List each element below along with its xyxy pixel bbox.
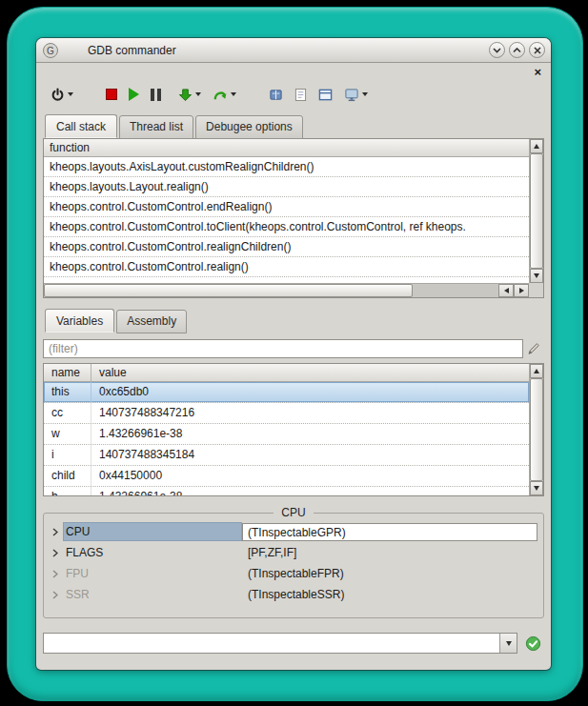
dropdown-arrow-icon[interactable] <box>68 92 73 96</box>
cpu-row-value-input[interactable]: (TInspectableGPR) <box>242 523 537 541</box>
call-stack-row[interactable]: kheops.control.CustomControl.realignChil… <box>44 237 529 257</box>
app-icon: G <box>42 42 59 59</box>
variable-name: this <box>44 382 91 402</box>
variable-row-this[interactable]: this 0xc65db0 <box>44 382 529 403</box>
send-command-button[interactable] <box>521 635 544 652</box>
call-stack-row[interactable]: kheops.control.CustomControl.endRealign(… <box>44 197 529 217</box>
cpu-groupbox: CPU CPU (TInspectableGPR) FLAGS [PF,ZF,I… <box>43 506 544 618</box>
cpu-legend: CPU <box>274 506 313 519</box>
callstack-tabs: Call stack Thread list Debugee options <box>43 115 544 139</box>
variables-tabs: Variables Assembly <box>43 310 544 333</box>
dropdown-arrow-icon[interactable] <box>231 92 236 96</box>
right-arrow-icon <box>519 288 524 293</box>
maximize-button[interactable] <box>509 42 525 58</box>
minimize-button[interactable] <box>489 42 505 58</box>
window-frame: G GDB commander × <box>7 7 583 701</box>
tab-variables[interactable]: Variables <box>45 309 114 333</box>
expand-icon[interactable] <box>48 591 63 599</box>
call-stack-row[interactable]: kheops.layouts.Layout.realign() <box>44 177 529 197</box>
scrollbar-corner <box>529 283 543 297</box>
callstack-horizontal-scrollbar[interactable] <box>44 283 529 297</box>
cpu-row-label[interactable]: FPU <box>63 564 242 583</box>
tab-thread-list[interactable]: Thread list <box>119 115 193 139</box>
scrollbar-track[interactable] <box>413 284 498 297</box>
gdb-commander-window: G GDB commander × <box>36 38 551 670</box>
call-stack-row[interactable]: kheops.control.CustomControl.toClient(kh… <box>44 217 529 237</box>
pause-icon <box>151 89 161 101</box>
variable-row-b[interactable]: b 1.43266961e-38 <box>44 487 529 495</box>
pen-icon[interactable] <box>523 341 544 356</box>
step-over-button[interactable] <box>211 83 238 106</box>
scroll-up-button[interactable] <box>530 364 543 378</box>
tab-call-stack[interactable]: Call stack <box>45 114 117 138</box>
dropdown-arrow-icon[interactable] <box>195 92 201 96</box>
call-stack-row[interactable]: kheops.layouts.AxisLayout.customRealignC… <box>44 157 529 177</box>
expand-icon[interactable] <box>48 549 63 557</box>
value-column-header[interactable]: value <box>91 364 529 381</box>
scroll-up-button[interactable] <box>530 139 543 153</box>
registers-button[interactable] <box>316 83 335 106</box>
variable-row-child[interactable]: child 0x44150000 <box>44 466 529 487</box>
dock-close-icon[interactable]: × <box>534 67 541 78</box>
stop-icon <box>106 89 117 100</box>
output-button[interactable] <box>267 83 285 106</box>
variable-name: child <box>44 466 91 486</box>
scroll-down-button[interactable] <box>530 269 543 283</box>
cpu-row-ssr[interactable]: SSR (TInspectableSSR) <box>48 584 539 605</box>
up-arrow-icon <box>534 369 539 373</box>
call-stack-row[interactable]: kheops.control.CustomControl.realign() <box>44 257 529 277</box>
function-column-header[interactable]: function <box>44 139 529 157</box>
down-arrow-icon <box>534 273 539 278</box>
frame-icon <box>318 88 333 102</box>
filter-input[interactable] <box>43 339 523 358</box>
cpu-row-cpu[interactable]: CPU (TInspectableGPR) <box>48 521 539 542</box>
monitor-button[interactable] <box>342 83 370 106</box>
tab-debugee-options[interactable]: Debugee options <box>195 115 303 139</box>
dropdown-arrow-icon[interactable] <box>362 92 368 96</box>
svg-text:G: G <box>47 46 54 56</box>
close-button[interactable] <box>529 42 545 58</box>
gdb-command-combobox[interactable] <box>43 633 517 654</box>
expand-icon[interactable] <box>48 570 63 578</box>
variable-row-cc[interactable]: cc 140737488347216 <box>44 403 529 424</box>
variable-row-w[interactable]: w 1.43266961e-38 <box>44 424 529 445</box>
scrollbar-thumb[interactable] <box>530 378 543 481</box>
monitor-icon <box>344 88 359 102</box>
stop-button[interactable] <box>104 83 119 106</box>
down-arrow-icon <box>506 641 512 646</box>
curved-arrow-icon <box>213 88 228 102</box>
scroll-right-button[interactable] <box>514 284 529 297</box>
scrollbar-thumb[interactable] <box>530 153 543 269</box>
down-arrow-icon <box>534 486 539 491</box>
cpu-row-flags[interactable]: FLAGS [PF,ZF,IF] <box>48 542 539 563</box>
power-button[interactable] <box>49 83 75 106</box>
cpu-row-label[interactable]: FLAGS <box>63 543 242 562</box>
pause-button[interactable] <box>149 83 163 106</box>
window-title: GDB commander <box>88 44 176 57</box>
cpu-row-value: (TInspectableSSR) <box>242 588 539 601</box>
combo-dropdown-button[interactable] <box>499 634 517 653</box>
step-button[interactable] <box>176 83 203 106</box>
scrollbar-thumb[interactable] <box>44 284 413 297</box>
document-icon <box>294 88 307 102</box>
cpu-row-label[interactable]: SSR <box>63 585 242 604</box>
variable-name: i <box>44 445 91 465</box>
cpu-row-label[interactable]: CPU <box>63 522 242 541</box>
expand-icon[interactable] <box>48 528 63 536</box>
variable-row-i[interactable]: i 140737488345184 <box>44 445 529 466</box>
titlebar[interactable]: G GDB commander <box>36 38 551 63</box>
name-column-header[interactable]: name <box>44 364 91 381</box>
continue-button[interactable] <box>127 83 141 106</box>
scroll-down-button[interactable] <box>530 481 543 495</box>
variable-value: 0xc65db0 <box>91 382 529 402</box>
callstack-vertical-scrollbar[interactable] <box>529 139 543 283</box>
scroll-left-button[interactable] <box>498 284 514 297</box>
command-input[interactable] <box>44 634 499 653</box>
log-button[interactable] <box>293 83 309 106</box>
green-down-arrow-icon <box>178 88 193 102</box>
variables-vertical-scrollbar[interactable] <box>529 364 543 495</box>
cpu-row-fpu[interactable]: FPU (TInspectableFPR) <box>48 563 539 584</box>
tab-assembly[interactable]: Assembly <box>116 310 187 333</box>
play-icon <box>129 88 139 101</box>
variable-value: 1.43266961e-38 <box>91 424 529 444</box>
